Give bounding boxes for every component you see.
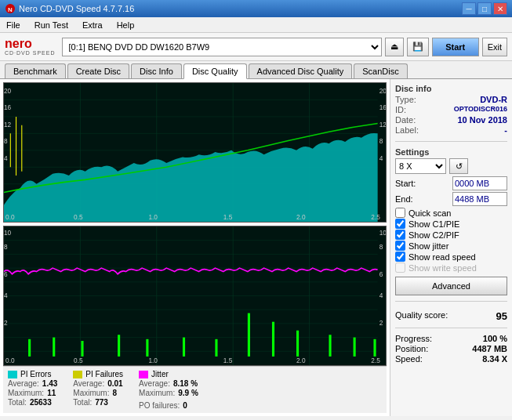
- nero-logo-sub: CD·DVD SPEED: [5, 50, 56, 56]
- menu-bar: File Run Test Extra Help: [0, 17, 512, 33]
- tab-disc-info[interactable]: Disc Info: [131, 63, 182, 78]
- svg-text:16: 16: [4, 103, 12, 111]
- jitter-label: Jitter: [151, 370, 169, 378]
- svg-text:0.5: 0.5: [74, 213, 83, 221]
- tab-create-disc[interactable]: Create Disc: [67, 63, 129, 78]
- top-chart: 20 16 12 8 4 20 16 12 8 4 0.0 0.5 1.0 1.…: [3, 82, 387, 223]
- svg-text:2.0: 2.0: [296, 356, 306, 364]
- svg-text:8: 8: [379, 243, 383, 251]
- progress-row: Progress: 100 %: [395, 334, 507, 343]
- save-button[interactable]: 💾: [407, 38, 429, 56]
- divider-1: [395, 141, 507, 142]
- svg-text:2: 2: [379, 319, 383, 327]
- settings-section: Settings 8 X ↺ Start: End: Quick scan: [395, 147, 507, 295]
- maximize-button[interactable]: □: [478, 2, 492, 15]
- show-write-speed-row: Show write speed: [395, 262, 507, 273]
- svg-rect-58: [354, 338, 356, 357]
- pi-failures-label: PI Failures: [85, 370, 123, 378]
- svg-rect-59: [373, 339, 376, 357]
- drive-selector[interactable]: [0:1] BENQ DVD DD DW1620 B7W9: [62, 38, 382, 56]
- start-input[interactable]: [452, 176, 507, 190]
- svg-rect-50: [118, 335, 120, 357]
- show-jitter-checkbox[interactable]: [395, 241, 405, 251]
- menu-extra[interactable]: Extra: [79, 19, 106, 31]
- disc-type-row: Type: DVD-R: [395, 95, 507, 104]
- exit-button[interactable]: Exit: [482, 38, 507, 56]
- disc-date-row: Date: 10 Nov 2018: [395, 115, 507, 125]
- svg-text:1.5: 1.5: [223, 213, 233, 221]
- svg-text:20: 20: [379, 87, 386, 95]
- svg-text:4: 4: [4, 291, 8, 299]
- pi-errors-color: [8, 371, 17, 378]
- svg-text:2.5: 2.5: [371, 356, 380, 364]
- tab-bar: Benchmark Create Disc Disc Info Disc Qua…: [0, 61, 512, 79]
- show-c1pie-checkbox[interactable]: [395, 219, 405, 229]
- show-read-speed-checkbox[interactable]: [395, 252, 405, 262]
- window-controls: ─ □ ✕: [462, 2, 507, 15]
- end-input[interactable]: [452, 192, 507, 206]
- speed-row: Speed: 8.34 X: [395, 354, 507, 364]
- svg-text:4: 4: [379, 291, 383, 299]
- advanced-button[interactable]: Advanced: [395, 277, 507, 295]
- eject-button[interactable]: ⏏: [385, 38, 404, 56]
- speed-row: 8 X ↺: [395, 158, 507, 174]
- tab-scan-disc[interactable]: ScanDisc: [354, 63, 407, 78]
- svg-text:1.0: 1.0: [148, 356, 158, 364]
- divider-2: [395, 301, 507, 302]
- show-jitter-row: Show jitter: [395, 241, 507, 251]
- svg-rect-56: [296, 331, 299, 357]
- top-chart-svg: 20 16 12 8 4 20 16 12 8 4 0.0 0.5 1.0 1.…: [4, 83, 386, 222]
- quick-scan-checkbox[interactable]: [395, 208, 405, 218]
- pi-failures-stats: PI Failures Average: 0.01 Maximum: 8 Tot…: [73, 370, 123, 407]
- svg-text:12: 12: [379, 121, 386, 129]
- tab-disc-quality[interactable]: Disc Quality: [183, 63, 247, 79]
- menu-help[interactable]: Help: [114, 19, 138, 31]
- refresh-button[interactable]: ↺: [449, 158, 468, 174]
- pi-errors-label: PI Errors: [20, 370, 51, 378]
- disc-id-row: ID: OPTODISCR016: [395, 105, 507, 114]
- app-icon: N: [5, 3, 16, 14]
- menu-file[interactable]: File: [3, 19, 24, 31]
- quick-scan-row: Quick scan: [395, 208, 507, 218]
- toolbar: nero CD·DVD SPEED [0:1] BENQ DVD DD DW16…: [0, 33, 512, 61]
- svg-text:6: 6: [379, 270, 383, 278]
- show-write-speed-checkbox[interactable]: [395, 262, 405, 273]
- menu-run-test[interactable]: Run Test: [31, 19, 71, 31]
- svg-rect-48: [53, 338, 55, 357]
- show-read-speed-row: Show read speed: [395, 252, 507, 262]
- svg-rect-49: [81, 341, 83, 357]
- nero-logo: nero CD·DVD SPEED: [5, 38, 56, 56]
- svg-rect-54: [248, 313, 250, 357]
- show-c2pif-row: Show C2/PIF: [395, 230, 507, 240]
- svg-rect-52: [183, 338, 185, 357]
- close-button[interactable]: ✕: [493, 2, 507, 15]
- jitter-color: [139, 371, 148, 378]
- start-button[interactable]: Start: [432, 38, 479, 56]
- bottom-chart: 10 8 6 4 2 10 8 6 4 2 0.0 0.5 1.0 1.5 2.…: [3, 226, 387, 366]
- svg-text:0.5: 0.5: [74, 356, 83, 364]
- tab-benchmark[interactable]: Benchmark: [5, 63, 66, 78]
- svg-text:2.0: 2.0: [296, 213, 306, 221]
- main-content: 20 16 12 8 4 20 16 12 8 4 0.0 0.5 1.0 1.…: [0, 79, 512, 416]
- svg-text:8: 8: [4, 243, 8, 251]
- svg-text:8: 8: [4, 137, 8, 145]
- disc-label-row: Label: -: [395, 125, 507, 135]
- disc-info-section: Disc info Type: DVD-R ID: OPTODISCR016 D…: [395, 84, 507, 136]
- title-bar: N Nero CD-DVD Speed 4.7.7.16 ─ □ ✕: [0, 0, 512, 17]
- svg-text:2: 2: [4, 319, 8, 327]
- stats-bar: PI Errors Average: 1.43 Maximum: 11 Tota…: [3, 366, 387, 413]
- svg-text:12: 12: [4, 121, 12, 129]
- progress-section: Progress: 100 % Position: 4487 MB Speed:…: [395, 334, 507, 364]
- start-row: Start:: [395, 176, 507, 190]
- speed-select[interactable]: 8 X: [395, 158, 446, 174]
- svg-rect-53: [215, 339, 217, 357]
- end-row: End:: [395, 192, 507, 206]
- svg-rect-55: [272, 322, 274, 357]
- svg-text:2.5: 2.5: [371, 213, 380, 221]
- tab-advanced-disc-quality[interactable]: Advanced Disc Quality: [249, 63, 353, 78]
- svg-rect-51: [146, 339, 148, 357]
- svg-text:20: 20: [4, 87, 12, 95]
- show-c2pif-checkbox[interactable]: [395, 230, 405, 240]
- minimize-button[interactable]: ─: [462, 2, 476, 15]
- right-panel: Disc info Type: DVD-R ID: OPTODISCR016 D…: [390, 79, 512, 416]
